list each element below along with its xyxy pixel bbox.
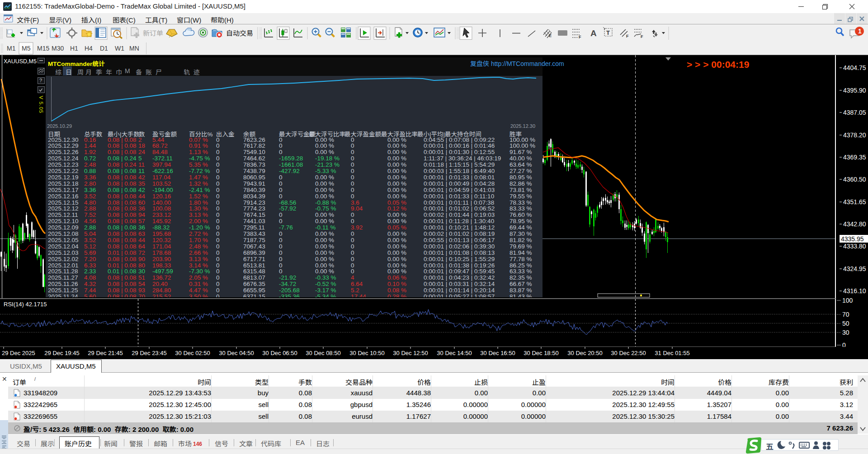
svg-text:4342.80: 4342.80 bbox=[843, 220, 866, 228]
svg-text:30: 30 bbox=[842, 329, 849, 336]
svg-text:70: 70 bbox=[842, 311, 849, 318]
svg-text:D1: D1 bbox=[100, 45, 108, 52]
svg-text:?: ? bbox=[39, 78, 42, 83]
svg-text:1: 1 bbox=[858, 28, 862, 35]
svg-text:30 Dec 08:50: 30 Dec 08:50 bbox=[306, 350, 340, 356]
svg-text:XAUUSD,M5: XAUUSD,M5 bbox=[4, 58, 37, 65]
svg-text:4335.95: 4335.95 bbox=[841, 235, 864, 243]
svg-text:自动交易: 自动交易 bbox=[226, 29, 253, 37]
svg-text:4395.90: 4395.90 bbox=[843, 87, 866, 94]
svg-text:W1: W1 bbox=[115, 45, 124, 52]
svg-text:T: T bbox=[606, 29, 610, 36]
svg-text:MN: MN bbox=[129, 45, 139, 52]
svg-text:30 Dec 14:50: 30 Dec 14:50 bbox=[437, 350, 472, 356]
svg-text:4351.65: 4351.65 bbox=[843, 198, 866, 206]
svg-text:29 Dec 2025: 29 Dec 2025 bbox=[2, 350, 35, 356]
svg-text:4333.80: 4333.80 bbox=[843, 243, 866, 250]
svg-text:30 Dec 22:50: 30 Dec 22:50 bbox=[611, 350, 646, 356]
svg-text:30 Dec 04:50: 30 Dec 04:50 bbox=[219, 350, 254, 356]
svg-text:F: F bbox=[626, 34, 629, 38]
svg-text:4316.10: 4316.10 bbox=[843, 287, 866, 295]
svg-text:50: 50 bbox=[842, 320, 849, 327]
svg-text:29 Dec 19:45: 29 Dec 19:45 bbox=[44, 350, 79, 356]
svg-text:4378.20: 4378.20 bbox=[843, 131, 866, 139]
svg-text:RSI(14) 42.1715: RSI(14) 42.1715 bbox=[4, 301, 47, 308]
svg-text:4404.75: 4404.75 bbox=[843, 64, 866, 71]
svg-text:30 Dec 12:50: 30 Dec 12:50 bbox=[393, 350, 428, 356]
svg-text:4387.05: 4387.05 bbox=[843, 109, 866, 116]
svg-text:100: 100 bbox=[842, 297, 853, 304]
svg-text:M1: M1 bbox=[7, 45, 16, 52]
svg-text:4360.50: 4360.50 bbox=[843, 176, 866, 183]
svg-text:M30: M30 bbox=[52, 45, 64, 52]
svg-text:A: A bbox=[590, 28, 597, 38]
svg-text:29 Dec 23:45: 29 Dec 23:45 bbox=[132, 350, 166, 356]
svg-text:30 Dec 16:50: 30 Dec 16:50 bbox=[480, 350, 515, 356]
svg-text:F: F bbox=[641, 34, 643, 39]
svg-text:H4: H4 bbox=[85, 45, 93, 52]
svg-text:> > > 00:04:19: > > > 00:04:19 bbox=[687, 59, 749, 70]
svg-text:30 Dec 06:50: 30 Dec 06:50 bbox=[262, 350, 297, 356]
svg-text:29 Dec 21:45: 29 Dec 21:45 bbox=[88, 350, 123, 356]
svg-text:31 Dec 01:55: 31 Dec 01:55 bbox=[655, 350, 689, 356]
svg-text:30 Dec 18:50: 30 Dec 18:50 bbox=[524, 350, 558, 356]
svg-text:30 Dec 20:50: 30 Dec 20:50 bbox=[567, 350, 602, 356]
svg-text:F: F bbox=[579, 35, 581, 39]
svg-text:M15: M15 bbox=[37, 45, 49, 52]
svg-text:M5: M5 bbox=[22, 45, 31, 52]
svg-text:4324.95: 4324.95 bbox=[843, 265, 866, 272]
svg-text:30 Dec 02:50: 30 Dec 02:50 bbox=[175, 350, 210, 356]
svg-text:H1: H1 bbox=[70, 45, 78, 52]
svg-text:4369.35: 4369.35 bbox=[843, 154, 866, 161]
svg-text:E: E bbox=[549, 33, 552, 38]
svg-text:新订单: 新订单 bbox=[143, 29, 163, 37]
svg-text:30 Dec 10:50: 30 Dec 10:50 bbox=[349, 350, 384, 356]
